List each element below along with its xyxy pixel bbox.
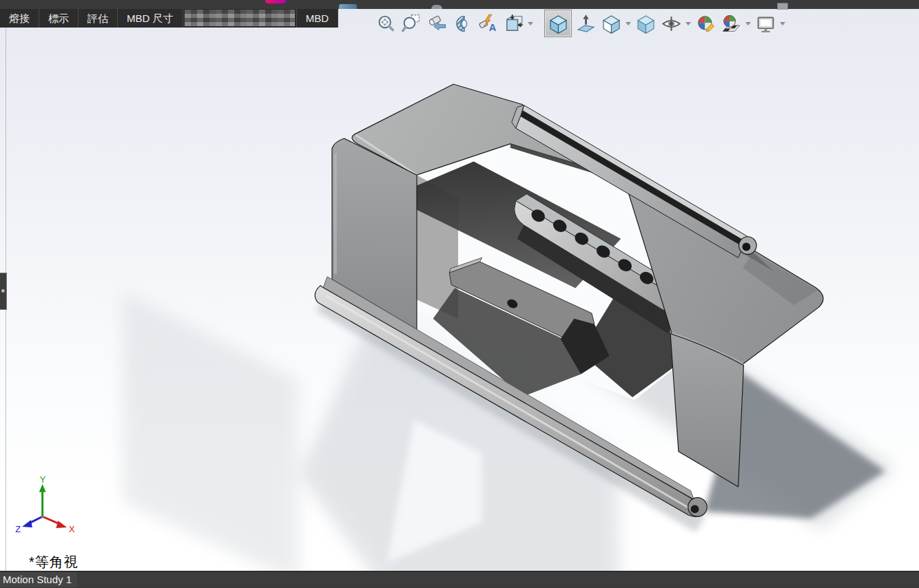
3d-drawing-view-dropdown[interactable] bbox=[527, 12, 534, 35]
handle-dot bbox=[1, 289, 5, 293]
ribbon-partial-icon bbox=[777, 3, 788, 10]
command-manager-tab-bar: 熔接 標示 評估 MBD 尺寸 MBD bbox=[0, 9, 338, 28]
zoom-to-fit-icon[interactable] bbox=[374, 12, 397, 35]
view-orientation-label: *等角視 bbox=[29, 553, 79, 571]
3d-drawing-view-icon[interactable] bbox=[502, 12, 525, 35]
zoom-to-area-icon[interactable] bbox=[400, 12, 423, 35]
apply-scene-dropdown[interactable] bbox=[745, 12, 752, 35]
svg-text:A: A bbox=[488, 22, 496, 33]
display-style-icon[interactable] bbox=[599, 12, 623, 35]
ribbon-partial-icon bbox=[431, 5, 442, 9]
ribbon-partial-icon bbox=[339, 4, 357, 9]
shaded-icon[interactable] bbox=[634, 12, 657, 35]
normal-to-icon[interactable] bbox=[574, 12, 597, 35]
view-settings-icon[interactable] bbox=[754, 12, 777, 35]
redacted-blur bbox=[185, 10, 295, 26]
view-orientation-icon[interactable] bbox=[544, 10, 572, 37]
motion-bar-empty bbox=[77, 572, 919, 587]
view-settings-dropdown[interactable] bbox=[779, 12, 786, 35]
tab-markup[interactable]: 標示 bbox=[39, 9, 79, 28]
triad-y-label: Y bbox=[40, 474, 46, 485]
reference-triad: Y X Z bbox=[15, 474, 75, 534]
tab-evaluate[interactable]: 評估 bbox=[79, 9, 118, 28]
tab-mbd[interactable]: MBD bbox=[297, 9, 338, 28]
tab-weldments[interactable]: 熔接 bbox=[0, 9, 39, 28]
feature-panel-handle[interactable] bbox=[0, 273, 7, 310]
heads-up-view-toolbar: A bbox=[374, 9, 786, 38]
motion-study-tab[interactable]: Motion Study 1 bbox=[0, 572, 80, 587]
apply-scene-icon[interactable] bbox=[719, 12, 743, 35]
motion-study-bar: Motion Study 1 bbox=[0, 571, 919, 588]
graphics-viewport[interactable]: Y X Z A bbox=[0, 9, 919, 571]
display-style-dropdown[interactable] bbox=[625, 12, 632, 35]
edit-appearance-icon[interactable] bbox=[694, 12, 717, 35]
ribbon-color-swatch bbox=[265, 0, 286, 3]
hide-show-items-icon[interactable] bbox=[659, 12, 683, 35]
previous-view-icon[interactable] bbox=[425, 12, 448, 35]
ribbon-bottom-strip bbox=[0, 0, 919, 9]
triad-x-label: X bbox=[69, 524, 75, 534]
model-canvas[interactable]: Y X Z bbox=[0, 9, 919, 571]
triad-z-label: Z bbox=[15, 524, 21, 534]
hide-show-items-dropdown[interactable] bbox=[685, 12, 692, 35]
tab-mbd-dimensions[interactable]: MBD 尺寸 bbox=[118, 9, 183, 28]
section-view-icon[interactable] bbox=[451, 12, 474, 35]
tab-redacted[interactable] bbox=[183, 9, 297, 28]
dynamic-annotation-views-icon[interactable]: A bbox=[476, 12, 499, 35]
